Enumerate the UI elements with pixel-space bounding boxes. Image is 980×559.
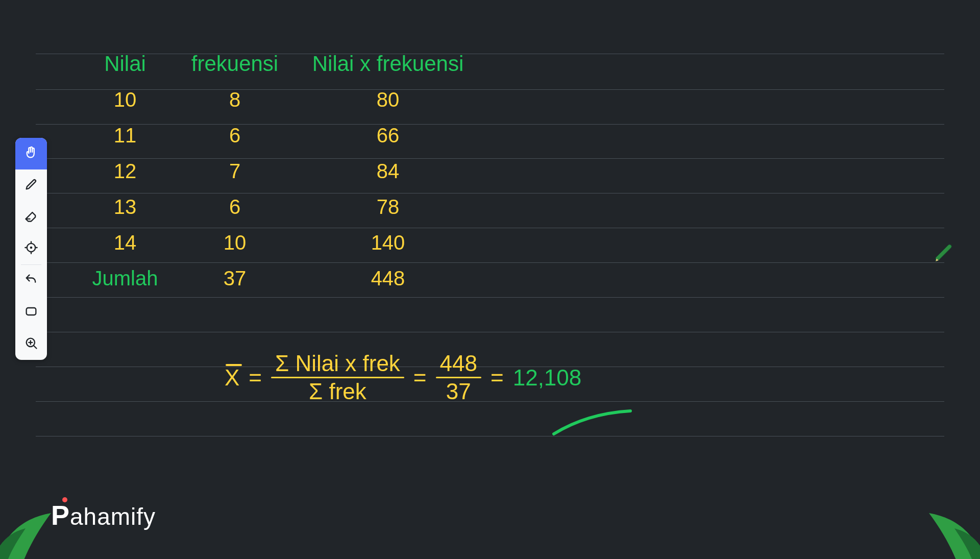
equals-2: = [413,365,427,391]
table-row: 10 8 80 [71,82,531,117]
table-header: Nilai frekuensi Nilai x frekuensi [71,46,531,82]
x-bar-symbol: X [225,365,239,391]
cell-frekuensi: 6 [179,196,291,218]
fraction-sigma: Σ Nilai x frek Σ frek [271,352,404,403]
header-frekuensi: frekuensi [179,52,291,76]
cell-frekuensi: 10 [179,231,291,254]
table-row: 12 7 84 [71,153,531,189]
table-row: 13 6 78 [71,189,531,225]
header-nilai-x-frekuensi: Nilai x frekuensi [291,52,485,76]
table-row: 11 6 66 [71,117,531,153]
equals-1: = [249,365,262,391]
eraser-tool[interactable] [15,201,47,233]
brand-rest: ahamify [70,503,156,530]
tool-toolbar [15,138,47,360]
target-icon [24,240,38,257]
zoom-tool[interactable] [15,328,47,360]
cell-frekuensi: 7 [179,160,291,183]
svg-rect-2 [27,308,36,315]
pencil-cursor-icon [933,242,954,264]
cell-frekuensi: 8 [179,88,291,111]
pen-tool[interactable] [15,169,47,201]
cell-nilai: 10 [71,88,179,111]
zoom-in-icon [24,336,38,352]
pointer-tool[interactable] [15,138,47,169]
cell-frekuensi: 6 [179,124,291,147]
pen-icon [24,177,38,193]
undo-tool[interactable] [15,265,47,297]
cell-jumlah-nxf: 448 [291,267,485,290]
checkmark-stroke [551,408,633,439]
leaf-decoration-bottom-right [919,498,980,559]
cell-nxf: 140 [291,231,485,254]
whiteboard-content: Nilai frekuensi Nilai x frekuensi 10 8 8… [71,46,939,296]
shape-tool[interactable] [15,297,47,328]
cell-nxf: 84 [291,160,485,183]
cell-jumlah-label: Jumlah [71,267,179,290]
mean-formula: X = Σ Nilai x frek Σ frek = 448 37 = 12,… [225,352,581,403]
numerator-sigma: Σ Nilai x frek [271,352,404,377]
header-nilai: Nilai [71,52,179,76]
target-tool[interactable] [15,233,47,264]
frequency-table: Nilai frekuensi Nilai x frekuensi 10 8 8… [71,46,531,296]
brand-logo: Pahamify [51,499,156,531]
cell-nxf: 78 [291,196,485,218]
rectangle-icon [24,304,38,321]
hand-pointer-icon [24,145,38,162]
table-total-row: Jumlah 37 448 [71,260,531,296]
cell-nilai: 14 [71,231,179,254]
numerator-num: 448 [436,352,481,377]
cell-nilai: 11 [71,124,179,147]
cell-jumlah-frekuensi: 37 [179,267,291,290]
table-row: 14 10 140 [71,225,531,260]
leaf-decoration-bottom-left [0,498,61,559]
cell-nilai: 12 [71,160,179,183]
eraser-icon [24,209,38,225]
cell-nilai: 13 [71,196,179,218]
denominator-num: 37 [442,378,475,403]
svg-point-1 [31,247,32,248]
undo-icon [24,273,38,289]
result-value: 12,108 [513,365,582,391]
fraction-numeric: 448 37 [436,352,481,403]
equals-3: = [491,365,504,391]
denominator-sigma: Σ frek [305,378,371,403]
cell-nxf: 66 [291,124,485,147]
cell-nxf: 80 [291,88,485,111]
